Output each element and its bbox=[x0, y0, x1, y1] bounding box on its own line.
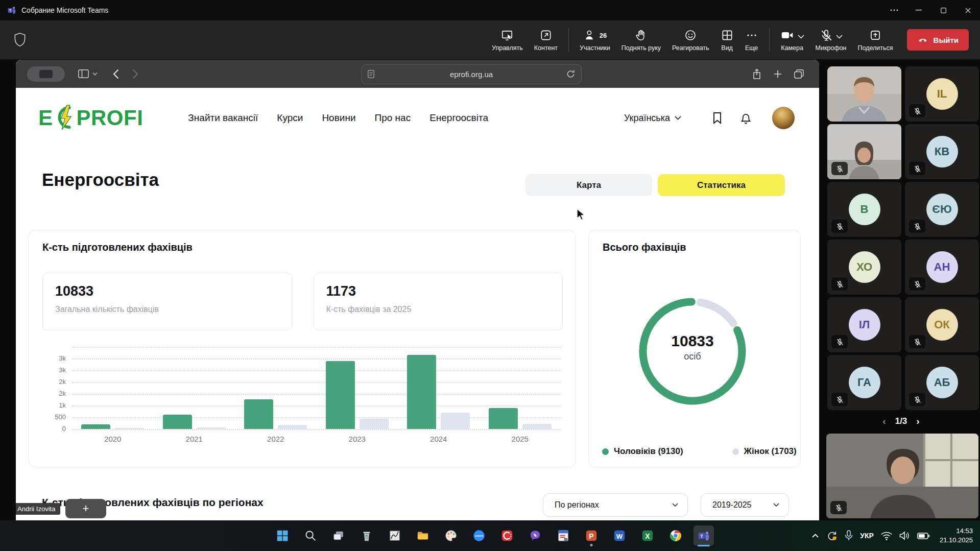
bookmark-icon[interactable] bbox=[712, 112, 723, 124]
pagination-prev-icon[interactable]: ‹ bbox=[882, 416, 886, 427]
tray-update-icon[interactable] bbox=[826, 530, 838, 541]
word-icon[interactable]: W bbox=[609, 525, 630, 546]
paint-icon[interactable] bbox=[441, 525, 461, 546]
tray-battery-icon[interactable] bbox=[917, 533, 929, 539]
pagination-next-icon[interactable]: › bbox=[916, 416, 919, 427]
excel-icon[interactable]: X bbox=[637, 525, 658, 546]
region-filter-dropdown[interactable]: По регіонах bbox=[543, 493, 688, 517]
forward-button[interactable] bbox=[132, 69, 138, 79]
language-selector[interactable]: Українська bbox=[624, 113, 681, 124]
participant-tile-КВ[interactable]: КВ bbox=[905, 124, 979, 179]
logo-text-e: E bbox=[38, 106, 53, 130]
powerpoint-icon[interactable]: P bbox=[581, 525, 602, 546]
nav-energy-education[interactable]: Енергоосвіта bbox=[429, 112, 488, 124]
maximize-button[interactable] bbox=[931, 0, 955, 20]
new-tab-icon[interactable] bbox=[774, 70, 782, 78]
start-icon[interactable] bbox=[272, 525, 293, 546]
participant-tile-АН[interactable]: АН bbox=[905, 239, 979, 295]
bell-icon[interactable] bbox=[740, 112, 752, 125]
sidebar-toggle-icon[interactable] bbox=[78, 69, 89, 78]
self-video-tile[interactable] bbox=[826, 434, 978, 518]
chevron-down-icon[interactable] bbox=[836, 32, 843, 39]
manage-label: Управлять bbox=[492, 44, 523, 52]
address-bar[interactable]: eprofi.org.ua bbox=[361, 64, 582, 84]
stat-2025-specialists: 1173 К-сть фахівців за 2025 bbox=[314, 273, 563, 330]
tray-chevron-up-icon[interactable] bbox=[811, 533, 819, 538]
titlebar-more-button[interactable] bbox=[882, 0, 906, 20]
participant-video-tile[interactable] bbox=[827, 66, 901, 122]
participant-tile-В[interactable]: В bbox=[827, 182, 901, 237]
react-button[interactable]: Реагировать bbox=[666, 28, 715, 52]
participant-tile-ХО[interactable]: ХО bbox=[827, 239, 901, 295]
page-icon bbox=[368, 70, 374, 78]
tray-wifi-icon[interactable] bbox=[881, 532, 892, 540]
nav-vacancies[interactable]: Знайти вакансії bbox=[188, 112, 258, 124]
bar-Жінки-2025 bbox=[522, 424, 552, 429]
share-page-icon[interactable] bbox=[752, 68, 761, 80]
task-view-icon[interactable] bbox=[328, 525, 349, 546]
mic-muted-badge bbox=[909, 220, 925, 233]
y-axis-tick-label: 2k bbox=[42, 378, 66, 386]
reload-icon[interactable] bbox=[567, 69, 575, 79]
react-icon bbox=[684, 29, 697, 42]
specialists-card: К-сть підготовлених фахівців 10833 Загал… bbox=[28, 230, 576, 467]
medoc-icon[interactable]: 64 bbox=[553, 525, 573, 546]
tab-overview-icon[interactable] bbox=[794, 69, 804, 79]
view-button[interactable]: Вид bbox=[715, 28, 739, 52]
window-controls-pill[interactable] bbox=[27, 66, 65, 82]
participant-video-tile[interactable] bbox=[827, 124, 901, 179]
tab-statistics[interactable]: Статистика bbox=[658, 174, 785, 196]
zoom-icon[interactable]: zoom bbox=[469, 525, 489, 546]
participants-button[interactable]: 26Участники bbox=[574, 28, 616, 52]
participant-tile-ОК[interactable]: ОК bbox=[905, 297, 979, 352]
participant-tile-IL[interactable]: IL bbox=[905, 66, 979, 122]
user-avatar[interactable] bbox=[772, 107, 795, 129]
viber-icon[interactable] bbox=[525, 525, 545, 546]
share-button[interactable]: Поделиться bbox=[852, 28, 899, 52]
leave-button-label: Выйти bbox=[934, 36, 959, 44]
x-axis-label: 2025 bbox=[480, 435, 561, 443]
manage-button[interactable]: Управлять bbox=[486, 28, 529, 52]
participant-initials: ІЛ bbox=[849, 309, 880, 341]
tray-microphone-icon[interactable] bbox=[845, 530, 853, 541]
camera-button[interactable]: Камера bbox=[775, 28, 810, 52]
tab-map[interactable]: Карта bbox=[525, 174, 652, 196]
participant-tile-ІЛ[interactable]: ІЛ bbox=[827, 297, 901, 352]
microphone-button[interactable]: Микрофон bbox=[810, 28, 852, 52]
close-button[interactable] bbox=[955, 0, 980, 20]
teams-icon[interactable]: T bbox=[694, 525, 714, 546]
sidebar-chevron-icon[interactable] bbox=[92, 72, 98, 76]
share-label: Поделиться bbox=[858, 44, 893, 52]
teams-titlebar: T Собрание Microsoft Teams bbox=[0, 0, 980, 20]
annotation-plus-button[interactable]: + bbox=[65, 499, 106, 518]
red-app-icon[interactable] bbox=[497, 525, 517, 546]
content-button[interactable]: Контент bbox=[529, 28, 563, 52]
bar-group-2023 bbox=[317, 347, 398, 429]
raise-hand-button[interactable]: Поднять руку bbox=[616, 28, 666, 52]
more-button[interactable]: Еще bbox=[739, 28, 764, 52]
tray-volume-icon[interactable] bbox=[899, 531, 910, 540]
back-button[interactable] bbox=[113, 69, 119, 79]
chrome-icon[interactable] bbox=[665, 525, 686, 546]
participant-tile-АБ[interactable]: АБ bbox=[905, 355, 979, 410]
eprofi-logo[interactable]: E PROFI bbox=[38, 103, 143, 133]
bar-Жінки-2023 bbox=[360, 419, 389, 429]
nav-about[interactable]: Про нас bbox=[375, 112, 411, 124]
year-filter-dropdown[interactable]: 2019-2025 bbox=[701, 493, 789, 517]
participant-tile-ЄЮ[interactable]: ЄЮ bbox=[905, 182, 979, 237]
participant-tile-ГА[interactable]: ГА bbox=[827, 355, 901, 410]
teams-meeting-toolbar: УправлятьКонтент26УчастникиПоднять рукуР… bbox=[0, 20, 980, 59]
nav-courses[interactable]: Курси bbox=[277, 112, 303, 124]
minimize-button[interactable] bbox=[906, 0, 931, 20]
site-nav: Знайти вакансії Курси Новини Про нас Ене… bbox=[188, 112, 488, 124]
tray-clock[interactable]: 14:53 21.10.2025 bbox=[940, 526, 973, 544]
file-explorer-icon[interactable] bbox=[413, 525, 433, 546]
plot-app-icon[interactable] bbox=[385, 525, 405, 546]
tray-language-label[interactable]: УКР bbox=[860, 532, 874, 540]
leave-button[interactable]: Выйти bbox=[907, 29, 969, 51]
search-icon[interactable] bbox=[300, 525, 321, 546]
y-axis-tick-label: 2k bbox=[42, 390, 66, 397]
recycle-bin-icon[interactable] bbox=[356, 525, 377, 546]
chevron-down-icon[interactable] bbox=[798, 32, 804, 39]
nav-news[interactable]: Новини bbox=[322, 112, 355, 124]
